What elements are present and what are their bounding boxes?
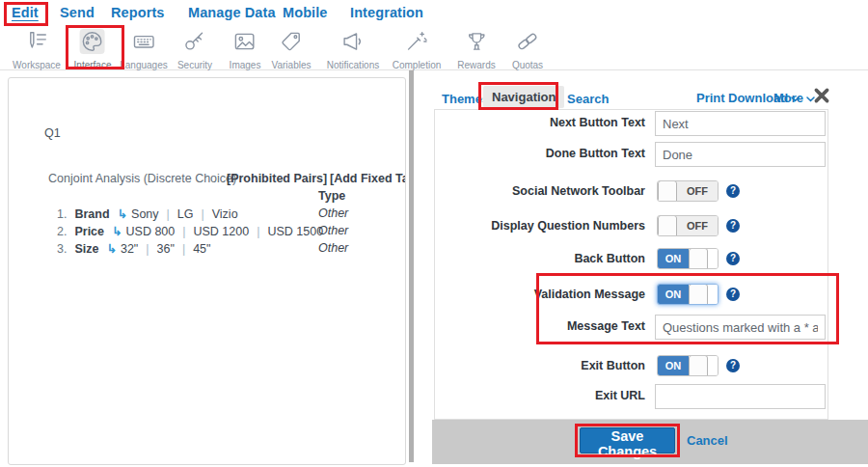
tag-icon bbox=[279, 29, 304, 54]
nav-item-integration[interactable]: Integration bbox=[350, 5, 423, 20]
help-icon[interactable]: ? bbox=[726, 184, 740, 198]
display-question-numbers-label: Display Question Numbers bbox=[443, 219, 645, 233]
toolbar-label: Quotas bbox=[512, 60, 543, 70]
exit-button-toggle[interactable]: ON bbox=[657, 355, 719, 376]
nav-item-reports[interactable]: Reports bbox=[111, 5, 165, 20]
attribute-type: Other bbox=[318, 224, 348, 237]
nav-item-manage-data[interactable]: Manage Data bbox=[188, 5, 276, 20]
level: 32" bbox=[121, 242, 138, 256]
prohibited-pairs-link[interactable]: [Prohibited Pairs] bbox=[227, 172, 327, 185]
done-button-text-input[interactable] bbox=[655, 142, 826, 167]
toolbar-item-completion[interactable]: Completion bbox=[393, 29, 442, 72]
help-icon[interactable]: ? bbox=[726, 219, 740, 233]
toolbar-label: Notifications bbox=[327, 60, 379, 70]
level: Sony bbox=[131, 207, 159, 221]
toolbar-item-quotas[interactable]: Quotas bbox=[512, 29, 543, 72]
level: Vizio bbox=[212, 207, 238, 221]
toolbar-item-security[interactable]: Security bbox=[177, 29, 212, 72]
magic-wand-icon bbox=[404, 29, 429, 54]
back-button-toggle[interactable]: ON bbox=[657, 248, 719, 269]
level: USD 800 bbox=[126, 225, 176, 238]
social-network-toolbar-label: Social Network Toolbar bbox=[443, 184, 645, 198]
nav-item-send[interactable]: Send bbox=[60, 5, 95, 20]
back-button-label: Back Button bbox=[443, 252, 645, 265]
trophy-icon bbox=[464, 29, 489, 54]
done-button-text-label: Done Button Text bbox=[443, 147, 645, 160]
level: 45" bbox=[193, 242, 210, 256]
pipe-separator: | bbox=[257, 225, 259, 238]
close-icon[interactable] bbox=[813, 87, 830, 104]
cancel-link[interactable]: Cancel bbox=[687, 433, 728, 448]
survey-preview-panel: Q1 Conjoint Analysis (Discrete Choice) [… bbox=[8, 77, 406, 465]
navigation-settings-form: Next Button Text Done Button Text Social… bbox=[434, 109, 828, 420]
nav-item-edit[interactable]: Edit bbox=[12, 5, 39, 20]
display-question-numbers-toggle[interactable]: OFF bbox=[657, 215, 719, 236]
toolbar-label: Security bbox=[177, 60, 212, 70]
more-link[interactable]: More bbox=[773, 91, 815, 105]
row-number: 3. bbox=[57, 242, 67, 256]
row-number: 2. bbox=[57, 225, 67, 238]
tab-search[interactable]: Search bbox=[567, 92, 609, 106]
validation-message-toggle[interactable]: ON bbox=[657, 284, 719, 305]
levels-arrow-icon: ↳ bbox=[106, 242, 116, 256]
message-text-input[interactable] bbox=[655, 315, 826, 340]
attribute-name: Size bbox=[74, 242, 98, 256]
toolbar-item-images[interactable]: Images bbox=[230, 29, 261, 72]
key-icon bbox=[182, 29, 207, 54]
question-code: Q1 bbox=[44, 126, 61, 140]
megaphone-icon bbox=[340, 29, 366, 54]
toolbar-item-interface[interactable]: Interface bbox=[74, 29, 112, 72]
attribute-row: 1.Brand↳Sony|LG|Vizio bbox=[57, 206, 238, 221]
next-button-text-label: Next Button Text bbox=[443, 116, 645, 129]
palette-icon bbox=[80, 29, 105, 54]
row-number: 1. bbox=[57, 207, 67, 221]
level: LG bbox=[177, 207, 194, 221]
help-icon[interactable]: ? bbox=[726, 359, 740, 372]
level: USD 1200 bbox=[194, 225, 250, 238]
toolbar-label: Rewards bbox=[457, 60, 495, 70]
toolbar-label: Variables bbox=[272, 60, 312, 70]
image-icon bbox=[232, 29, 258, 54]
toolbar-item-rewards[interactable]: Rewards bbox=[457, 29, 495, 72]
social-network-toolbar-toggle[interactable]: OFF bbox=[657, 180, 719, 202]
save-changes-button[interactable]: Save Changes bbox=[580, 427, 675, 453]
level: 36" bbox=[157, 242, 175, 256]
toolbar-label: Images bbox=[230, 60, 261, 70]
tab-navigation[interactable]: Navigation bbox=[483, 86, 564, 108]
levels-arrow-icon: ↳ bbox=[112, 225, 122, 238]
app-window: Edit Send Reports Manage Data Mobile Int… bbox=[0, 0, 868, 467]
print-link[interactable]: Print bbox=[696, 91, 725, 105]
panel-divider[interactable] bbox=[409, 70, 414, 462]
toolbar-item-variables[interactable]: Variables bbox=[272, 29, 312, 72]
attribute-row: 2.Price↳USD 800|USD 1200|USD 1500 bbox=[57, 224, 323, 238]
add-fixed-tasks-link[interactable]: [Add Fixed Tasks bbox=[330, 172, 406, 185]
help-icon[interactable]: ? bbox=[726, 252, 740, 265]
edit-toolbar: Workspace Interface Languages Security I… bbox=[0, 27, 868, 70]
attribute-row: 3.Size↳32"|36"|45" bbox=[57, 241, 210, 256]
pipe-separator: | bbox=[182, 225, 185, 238]
attribute-name: Price bbox=[74, 225, 104, 238]
attribute-name: Brand bbox=[74, 207, 109, 221]
validation-message-label: Validation Message bbox=[443, 288, 645, 301]
nav-item-mobile[interactable]: Mobile bbox=[283, 5, 328, 20]
toolbar-label: Workspace bbox=[13, 60, 61, 70]
pipe-separator: | bbox=[201, 207, 203, 221]
toolbar-label: Completion bbox=[393, 60, 442, 70]
chain-links-icon bbox=[515, 29, 540, 54]
message-text-label: Message Text bbox=[443, 319, 645, 333]
help-icon[interactable]: ? bbox=[726, 288, 740, 301]
pipe-separator: | bbox=[167, 207, 170, 221]
pipe-separator: | bbox=[146, 242, 149, 256]
workspace-icon bbox=[24, 29, 49, 54]
exit-button-label: Exit Button bbox=[443, 359, 645, 372]
exit-url-input[interactable] bbox=[655, 384, 826, 409]
tab-themes[interactable]: Themes bbox=[442, 92, 489, 106]
toolbar-item-workspace[interactable]: Workspace bbox=[13, 29, 61, 72]
toolbar-item-notifications[interactable]: Notifications bbox=[327, 29, 379, 72]
exit-url-label: Exit URL bbox=[443, 389, 645, 402]
keyboard-icon bbox=[131, 29, 156, 54]
toolbar-item-languages[interactable]: Languages bbox=[120, 29, 168, 72]
toolbar-label: Languages bbox=[120, 60, 168, 70]
next-button-text-input[interactable] bbox=[655, 111, 826, 136]
toolbar-label: Interface bbox=[74, 60, 112, 70]
